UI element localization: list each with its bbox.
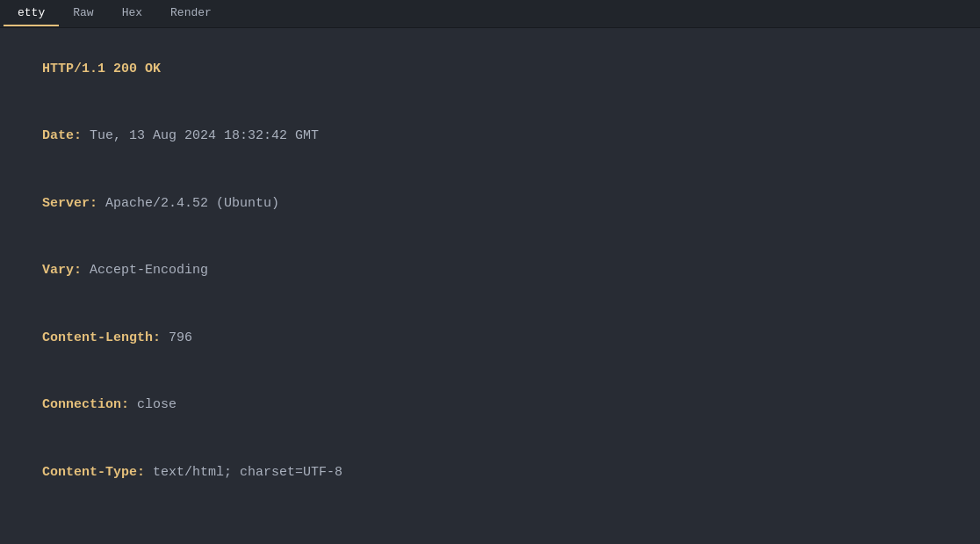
tab-render[interactable]: Render	[156, 1, 226, 26]
http-status-line: HTTP/1.1 200 OK	[11, 35, 969, 103]
tab-hex[interactable]: Hex	[108, 1, 156, 26]
content-area: HTTP/1.1 200 OK Date: Tue, 13 Aug 2024 1…	[0, 28, 980, 544]
header-server: Server: Apache/2.4.52 (Ubuntu)	[11, 170, 969, 237]
header-date: Date: Tue, 13 Aug 2024 18:32:42 GMT	[11, 103, 969, 170]
xml-declaration-line: <?xml version="1.0"?>	[11, 528, 969, 544]
header-connection: Connection: close	[11, 372, 969, 439]
tab-pretty[interactable]: etty	[4, 1, 59, 26]
tab-raw[interactable]: Raw	[59, 1, 107, 26]
header-content-type: Content-Type: text/html; charset=UTF-8	[11, 439, 969, 506]
blank-line-1	[11, 506, 969, 529]
header-vary: Vary: Accept-Encoding	[11, 237, 969, 305]
tab-bar: etty Raw Hex Render	[0, 0, 980, 28]
header-content-length: Content-Length: 796	[11, 304, 969, 372]
